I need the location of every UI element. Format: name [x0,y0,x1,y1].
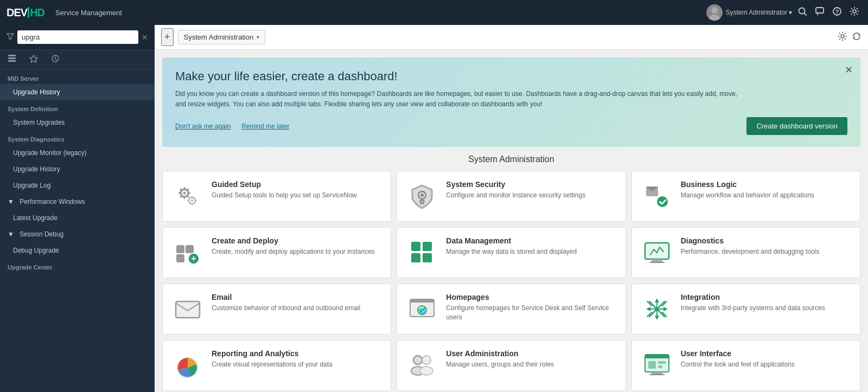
remind-later-link[interactable]: Remind me later [241,123,289,130]
svg-rect-11 [8,60,16,62]
svg-rect-9 [8,55,16,56]
dont-ask-link[interactable]: Don't ask me again [175,123,231,130]
svg-rect-53 [645,355,669,358]
sidebar-item-upgrade-monitor[interactable]: Upgrade Monitor (legacy) [0,145,155,161]
sidebar-item-system-upgrades[interactable]: System Upgrades [0,114,155,131]
module-card-data-management[interactable]: Data Management Manage the way data is s… [397,227,626,278]
module-info-integration: Integration Integrate with 3rd-party sys… [681,293,851,313]
svg-rect-32 [423,253,432,262]
sidebar-item-upgrade-history-diag[interactable]: Upgrade History [0,161,155,177]
svg-rect-24 [176,245,184,253]
module-info-email: Email Customize behavior of inbound and … [212,293,382,313]
logo: DEV HD [7,7,44,19]
sidebar-item-upgrade-log[interactable]: Upgrade Log [0,177,155,194]
module-icon-integration [641,293,673,325]
svg-rect-33 [645,243,669,259]
svg-marker-45 [646,307,650,311]
module-card-create-deploy[interactable]: + Create and Deploy Create, modify and d… [162,227,391,278]
content-area: + System Administration ▾ Make your life… [155,25,868,392]
sidebar-section-system-diag: System Diagnostics [0,131,155,145]
logo-hd: HD [30,7,44,19]
svg-rect-34 [652,259,662,262]
sidebar-item-performance-windows[interactable]: ▼ Performance Windows [0,194,155,210]
module-info-guided-setup: Guided Setup Guided Setup tools to help … [212,180,382,200]
help-icon[interactable]: ? [830,4,844,21]
tab-add-button[interactable]: + [161,28,174,46]
sidebar-item-latest-upgrade[interactable]: Latest Upgrade [0,210,155,226]
settings-icon[interactable] [847,4,861,21]
module-name-system-security: System Security [446,180,616,189]
svg-rect-58 [649,374,665,375]
module-name-data-management: Data Management [446,236,616,245]
sidebar-item-debug-upgrade[interactable]: Debug Upgrade [0,242,155,259]
module-desc-reporting: Create visual representations of your da… [212,360,382,369]
tab-settings-icon[interactable] [838,31,847,43]
page-content: Make your life easier, create a dashboar… [155,50,868,392]
module-desc-create-deploy: Create, modify and deploy applications t… [212,247,382,256]
search-icon[interactable] [795,4,809,21]
module-name-user-interface: User Interface [681,349,851,358]
admin-name[interactable]: System Administrator ▾ [726,9,792,16]
logo-bar [28,7,29,18]
sidebar-search-input[interactable] [17,30,138,44]
module-card-guided-setup[interactable]: Guided Setup Guided Setup tools to help … [162,171,391,222]
sidebar-tab-history[interactable] [50,53,61,66]
svg-rect-4 [816,8,824,13]
sidebar-tab-favorites[interactable] [28,53,39,66]
module-name-business-logic: Business Logic [681,180,851,189]
sidebar: ✕ MID Server Upgrade History System Defi… [0,25,155,392]
svg-rect-30 [423,242,432,251]
module-desc-guided-setup: Guided Setup tools to help you set up Se… [212,191,382,200]
module-name-email: Email [212,293,382,301]
sidebar-tabs [0,50,155,70]
sidebar-tab-all[interactable] [7,53,17,66]
svg-rect-35 [649,262,665,263]
module-card-diagnostics[interactable]: Diagnostics Performance, development and… [631,227,860,278]
tab-refresh-icon[interactable] [852,31,861,43]
dashboard-banner: Make your life easier, create a dashboar… [162,57,860,147]
tab-label: System Administration [184,33,254,41]
module-desc-homepages: Configure homepages for Service Desk and… [446,304,616,322]
svg-rect-38 [410,299,434,303]
svg-rect-56 [658,365,662,368]
svg-point-23 [657,196,668,207]
tab-system-administration[interactable]: System Administration ▾ [178,30,266,44]
svg-marker-43 [655,298,659,303]
module-card-business-logic[interactable]: Business Logic Manage workflow and behav… [631,171,860,222]
sidebar-clear-icon[interactable]: ✕ [142,33,148,42]
module-desc-integration: Integrate with 3rd-party systems and dat… [681,304,851,313]
sidebar-item-upgrade-history-mid[interactable]: Upgrade History [0,84,155,100]
module-name-reporting: Reporting and Analytics [212,349,382,358]
module-card-user-administration[interactable]: User Administration Manage users, groups… [397,340,626,391]
svg-point-18 [191,200,193,202]
chat-icon[interactable] [813,4,827,21]
banner-actions: Don't ask me again Remind me later Creat… [175,117,847,135]
module-desc-email: Customize behavior of inbound and outbou… [212,304,382,313]
module-desc-user-administration: Manage users, groups and their roles [446,360,616,369]
module-card-email[interactable]: Email Customize behavior of inbound and … [162,284,391,335]
svg-point-1 [709,15,720,21]
sidebar-section-mid-server: MID Server [0,70,155,84]
module-card-integration[interactable]: Integration Integrate with 3rd-party sys… [631,284,860,335]
sidebar-item-session-debug[interactable]: ▼ Session Debug [0,226,155,242]
banner-title: Make your life easier, create a dashboar… [175,69,847,83]
module-card-reporting[interactable]: Reporting and Analytics Create visual re… [162,340,391,391]
module-desc-system-security: Configure and monitor Instance security … [446,191,616,200]
module-card-homepages[interactable]: 🌐 Homepages Configure homepages for Serv… [397,284,626,335]
banner-close-button[interactable]: ✕ [845,64,853,76]
module-desc-diagnostics: Performance, development and debugging t… [681,247,851,256]
svg-rect-57 [652,372,662,374]
svg-rect-29 [411,242,420,251]
svg-rect-31 [411,253,420,262]
tab-bar: + System Administration ▾ [155,25,868,50]
svg-point-16 [183,192,186,195]
module-info-reporting: Reporting and Analytics Create visual re… [212,349,382,369]
svg-point-50 [422,356,431,364]
module-card-user-interface[interactable]: User Interface Control the look and feel… [631,340,860,391]
module-icon-guided-setup [171,180,204,213]
svg-rect-10 [8,57,16,59]
create-dashboard-button[interactable]: Create dashboard version [746,117,847,135]
module-icon-homepages: 🌐 [406,293,438,325]
module-card-system-security[interactable]: System Security Configure and monitor In… [397,171,626,222]
svg-rect-36 [176,301,200,318]
